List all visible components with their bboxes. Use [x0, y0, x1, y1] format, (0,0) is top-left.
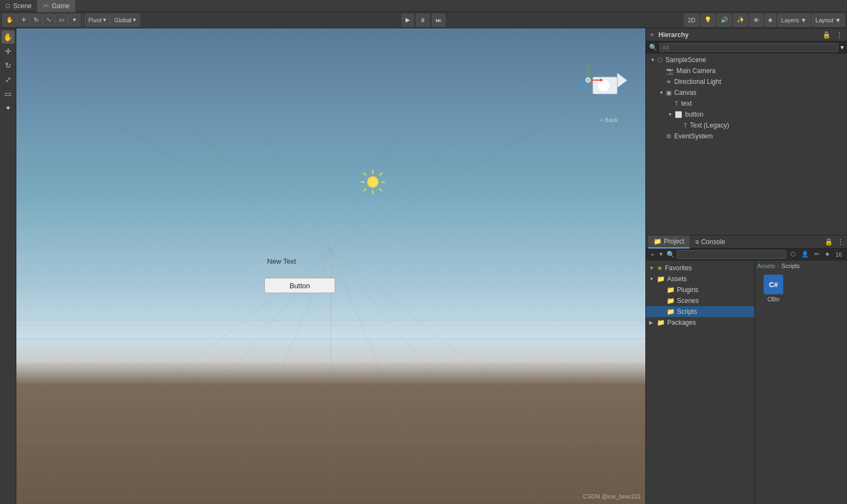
- project-console-tab-bar: 📁 Project ≡ Console 🔒 ⋮: [646, 235, 847, 248]
- hierarchy-lock-button[interactable]: 🔒: [821, 30, 832, 40]
- star-icon: ★: [657, 264, 663, 272]
- project-tab-icon: 📁: [654, 238, 662, 245]
- svg-line-11: [331, 250, 541, 504]
- tab-project[interactable]: 📁 Project: [648, 235, 689, 248]
- play-button[interactable]: ▶: [402, 14, 414, 27]
- global-button[interactable]: Global ▾: [110, 14, 140, 27]
- audio-button[interactable]: 🔊: [717, 14, 732, 27]
- step-icon: ⏭: [435, 17, 441, 23]
- svg-line-12: [331, 250, 645, 504]
- tab-game[interactable]: 🎮 Game: [37, 0, 75, 12]
- tree-item-directionallight[interactable]: ▶ ☀ Directional Light: [646, 76, 847, 87]
- tool-rect[interactable]: ▭: [2, 87, 15, 100]
- gizmos-button[interactable]: ◈: [764, 14, 776, 27]
- layers-button[interactable]: Layers ▼: [777, 14, 810, 27]
- assets-folder-icon: 📁: [657, 275, 665, 283]
- project-tool-3[interactable]: ✏: [813, 250, 821, 258]
- tab-console[interactable]: ≡ Console: [689, 235, 730, 248]
- tool-rotate[interactable]: ↻: [2, 59, 15, 72]
- pause-icon: ⏸: [420, 17, 426, 23]
- project-file-view: Assets › Scripts C# CBtn: [755, 260, 847, 504]
- tree-item-samplescene[interactable]: ▼ ⬡ SampleScene: [646, 54, 847, 65]
- project-tool-2[interactable]: 👤: [800, 250, 810, 258]
- tree-item-button[interactable]: ▼ ⬜ button: [646, 109, 847, 120]
- tool-hand[interactable]: ✋: [2, 31, 15, 44]
- file-item-cbtn[interactable]: C# CBtn: [757, 271, 790, 305]
- pivot-button[interactable]: Pivot ▾: [84, 14, 110, 27]
- console-tab-icon: ≡: [695, 238, 699, 246]
- tab-scene[interactable]: ⬡ Scene: [0, 0, 37, 12]
- project-item-packages[interactable]: ▶ 📁 Packages: [646, 317, 754, 328]
- tool-scale[interactable]: ⤢: [2, 73, 15, 86]
- svg-line-26: [364, 189, 366, 191]
- pause-button[interactable]: ⏸: [416, 14, 429, 27]
- hierarchy-search-input[interactable]: [660, 43, 838, 52]
- hierarchy-menu-button[interactable]: ⋮: [835, 30, 844, 40]
- breadcrumb-scripts: Scripts: [782, 263, 800, 269]
- sun-gizmo: [360, 169, 386, 195]
- project-item-scenes[interactable]: ▶ 📁 Scenes: [646, 295, 754, 306]
- rect-tool-button[interactable]: ▭: [55, 14, 68, 27]
- project-tool-1[interactable]: ⬡: [789, 250, 797, 258]
- move-tool-button[interactable]: ✛: [17, 14, 30, 27]
- svg-line-24: [379, 189, 382, 191]
- hierarchy-search-bar: 🔍 ▾: [646, 41, 847, 53]
- svg-line-17: [331, 66, 541, 251]
- back-label: < Back: [600, 117, 618, 123]
- svg-line-10: [331, 250, 435, 504]
- watermark: CSDN @ioe_bear221: [583, 493, 641, 500]
- scene-viewport[interactable]: New Text Button < Back CSDN @ioe_bear221: [16, 28, 645, 504]
- layout-button[interactable]: Layout ▼: [812, 14, 845, 27]
- canvas-icon: ▣: [666, 89, 671, 96]
- breadcrumb-assets[interactable]: Assets: [757, 263, 775, 269]
- tree-item-eventsystem[interactable]: ▶ ⚙ EventSystem: [646, 131, 847, 142]
- tree-item-text-legacy[interactable]: ▶ T Text (Legacy): [646, 120, 847, 131]
- project-menu-button[interactable]: ⋮: [836, 237, 845, 247]
- project-add-button[interactable]: +: [649, 251, 656, 258]
- project-item-favorites[interactable]: ▼ ★ Favorites: [646, 263, 754, 274]
- camera-icon: 📷: [666, 68, 674, 75]
- console-tab-label: Console: [701, 238, 725, 246]
- scene-button-widget[interactable]: Button: [264, 278, 335, 293]
- scene-new-text: New Text: [267, 257, 296, 265]
- hierarchy-add-button[interactable]: +: [649, 30, 655, 40]
- play-controls: ▶ ⏸ ⏭: [402, 14, 445, 27]
- project-search-input[interactable]: [677, 250, 786, 259]
- game-tab-label: Game: [52, 2, 70, 10]
- 2d-label: 2D: [688, 17, 695, 23]
- 2d-button[interactable]: 2D: [684, 14, 699, 27]
- svg-line-13: [16, 66, 331, 251]
- tree-item-text[interactable]: ▶ T text: [646, 98, 847, 109]
- hierarchy-search-menu[interactable]: ▾: [840, 44, 844, 51]
- main-toolbar: ✋ ✛ ↻ ⤡ ▭ ✦ Pivot ▾ Global ▾ ▶ ⏸ ⏭: [0, 12, 847, 28]
- tree-item-maincamera[interactable]: ▶ 📷 Main Camera: [646, 65, 847, 76]
- toolbar-sep-1: [82, 15, 83, 26]
- project-add-chevron[interactable]: ▾: [658, 250, 664, 258]
- lighting-button[interactable]: 💡: [700, 14, 716, 27]
- svg-point-38: [586, 78, 590, 82]
- plugins-folder-icon: 📁: [667, 286, 675, 294]
- global-label: Global: [114, 17, 131, 23]
- project-item-scripts[interactable]: ▶ 📁 Scripts: [646, 306, 754, 317]
- scale-tool-button[interactable]: ⤡: [43, 14, 55, 27]
- step-button[interactable]: ⏭: [432, 14, 445, 27]
- project-sidebar: ▼ ★ Favorites ▼ 📁 Assets ▶ 📁 Plugins: [646, 260, 755, 504]
- tool-custom[interactable]: ✦: [2, 101, 15, 114]
- project-item-assets[interactable]: ▼ 📁 Assets: [646, 274, 754, 284]
- fx-button[interactable]: ✨: [733, 14, 748, 27]
- scene-grid: [16, 28, 645, 504]
- svg-line-23: [364, 173, 366, 175]
- svg-marker-35: [600, 78, 603, 82]
- project-tool-star[interactable]: ★: [823, 250, 832, 258]
- rotate-tool-button[interactable]: ↻: [30, 14, 43, 27]
- project-item-plugins[interactable]: ▶ 📁 Plugins: [646, 284, 754, 295]
- tool-move[interactable]: ✛: [2, 45, 15, 58]
- cbtn-file-icon: C#: [763, 274, 784, 295]
- tree-item-canvas[interactable]: ▼ ▣ Canvas: [646, 87, 847, 98]
- scene-visibility-button[interactable]: 👁: [749, 14, 763, 27]
- game-tab-icon: 🎮: [43, 3, 49, 9]
- hand-tool-button[interactable]: ✋: [2, 14, 17, 27]
- global-chevron: ▾: [133, 16, 136, 23]
- transform-tool-button[interactable]: ✦: [68, 14, 81, 27]
- project-lock-button[interactable]: 🔒: [824, 237, 834, 247]
